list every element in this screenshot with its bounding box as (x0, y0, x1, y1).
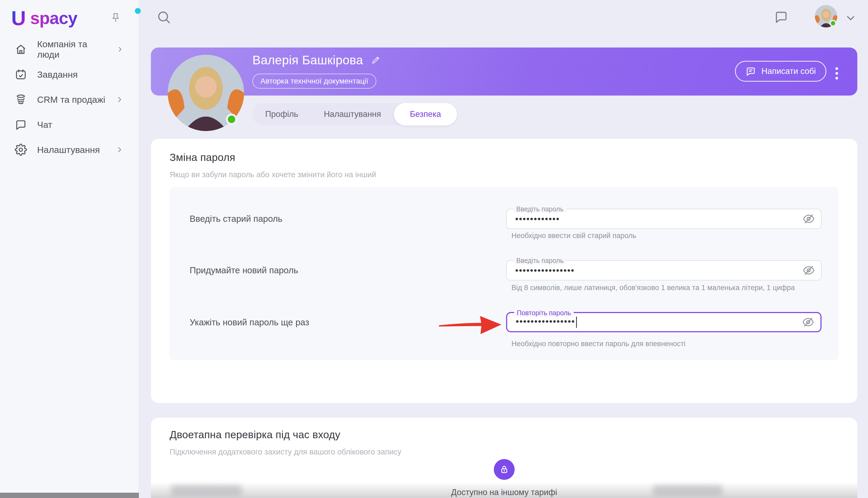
two-factor-subtitle: Підключення додаткового захисту для вашо… (169, 448, 401, 456)
old-password-label: Введіть старий пароль (190, 214, 283, 224)
masked-password-value: •••••••••••• (515, 214, 560, 224)
tab-label: Профіль (265, 109, 298, 119)
sidebar-item-label: Чат (37, 120, 52, 130)
message-self-button[interactable]: Написати собі (735, 61, 826, 82)
field-floating-label: Введіть пароль (514, 205, 566, 213)
profile-name: Валерія Башкірова (252, 53, 363, 67)
two-factor-title: Двоетапна перевірка під час входу (169, 429, 340, 441)
sidebar-item-company-people[interactable]: Компанія та люди (0, 37, 139, 62)
sidebar-item-label: Компанія та люди (37, 39, 106, 60)
new-password-label: Придумайте новий пароль (190, 265, 298, 275)
repeat-password-label: Укажіть новий пароль ще раз (190, 317, 309, 327)
old-password-field[interactable]: Введіть пароль •••••••••••• (506, 209, 821, 229)
sidebar-item-crm[interactable]: CRM та продажі (0, 87, 139, 112)
bottom-edge-strip (0, 493, 139, 498)
field-floating-label: Повторіть пароль (514, 309, 574, 317)
lock-icon (499, 464, 509, 474)
tab-settings[interactable]: Налаштування (311, 103, 394, 126)
pin-sidebar-icon[interactable] (109, 12, 122, 25)
password-section-title: Зміна пароля (169, 152, 235, 163)
old-password-helper: Необхідно ввести свій старий пароль (511, 232, 636, 240)
tab-security[interactable]: Безпека (394, 103, 457, 126)
chevron-down-icon[interactable] (844, 12, 857, 24)
bottom-fade (151, 482, 857, 498)
profile-tabs: Профіль Налаштування Безпека (252, 103, 457, 126)
uspacy-logo[interactable]: U spacy (11, 8, 77, 28)
chevron-right-icon (115, 95, 124, 104)
masked-password-value: •••••••••••••••• (516, 316, 577, 328)
edit-name-icon[interactable] (371, 55, 381, 65)
more-options-icon[interactable] (835, 67, 839, 82)
tab-label: Безпека (410, 109, 441, 119)
lock-badge (494, 459, 515, 480)
message-self-label: Написати собі (762, 66, 816, 76)
sidebar: U spacy Компанія та люди Завдання (0, 0, 139, 498)
logo-dot-icon (135, 8, 141, 14)
messages-icon[interactable] (774, 10, 788, 24)
text-caret (576, 317, 577, 328)
sidebar-item-chat[interactable]: Чат (0, 112, 139, 137)
tab-label: Налаштування (324, 109, 381, 119)
home-icon (15, 43, 27, 55)
chat-icon (15, 118, 27, 131)
toggle-visibility-icon[interactable] (802, 212, 815, 225)
sidebar-item-tasks[interactable]: Завдання (0, 62, 139, 87)
sidebar-item-label: CRM та продажі (37, 94, 105, 105)
message-icon (745, 66, 756, 77)
chevron-right-icon (115, 145, 124, 154)
password-section-subtitle: Якщо ви забули пароль або хочете змінити… (169, 170, 376, 179)
annotation-arrow (435, 313, 507, 337)
chevron-right-icon (116, 45, 124, 54)
crm-database-icon (15, 93, 27, 106)
sidebar-item-label: Налаштування (37, 145, 100, 155)
new-password-helper: Від 8 символів, лише латиниця, обов'язко… (511, 284, 795, 292)
sidebar-menu: Компанія та люди Завдання CRM та продажі… (0, 37, 139, 162)
search-icon[interactable] (156, 10, 171, 25)
logo-text: spacy (30, 8, 77, 28)
new-password-field[interactable]: Введіть пароль •••••••••••••••• (506, 260, 821, 280)
masked-password-value: •••••••••••••••• (515, 265, 574, 276)
two-factor-card: Двоетапна перевірка під час входу Підклю… (151, 418, 857, 498)
logo-letter: U (11, 8, 26, 28)
online-status-dot (226, 114, 237, 125)
role-badge: Авторка технічної документації (252, 74, 376, 89)
sidebar-item-label: Завдання (37, 69, 78, 80)
repeat-password-helper: Необхідно повторно ввести пароль для впе… (511, 340, 686, 348)
sidebar-item-settings[interactable]: Налаштування (0, 137, 139, 162)
field-floating-label: Введіть пароль (514, 257, 566, 264)
tab-profile[interactable]: Профіль (252, 103, 311, 126)
toggle-visibility-icon[interactable] (802, 264, 815, 277)
calendar-check-icon (15, 68, 27, 81)
toggle-visibility-icon[interactable] (802, 316, 815, 329)
password-change-card: Зміна пароля Якщо ви забули пароль або х… (151, 139, 857, 403)
gear-icon (15, 144, 27, 156)
online-status-dot (830, 20, 837, 27)
role-badge-label: Авторка технічної документації (260, 77, 368, 86)
repeat-password-field[interactable]: Повторіть пароль •••••••••••••••• (506, 312, 821, 332)
